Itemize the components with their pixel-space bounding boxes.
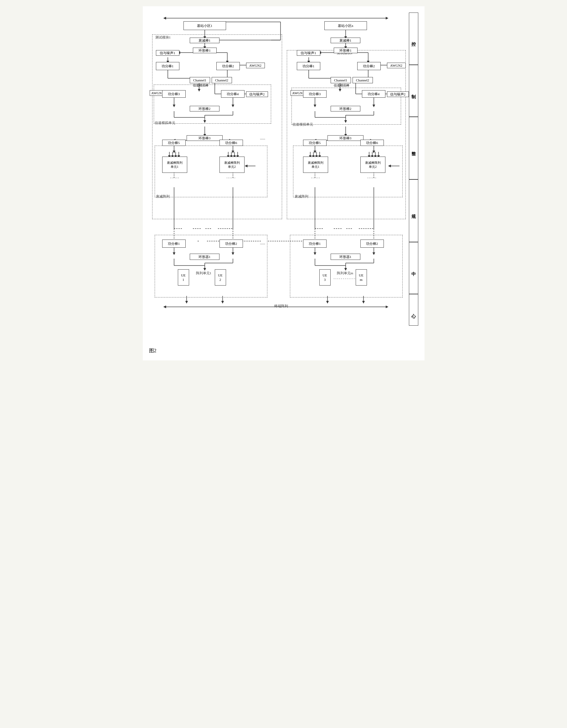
left-ue1: UE 1 <box>178 269 189 286</box>
dots-mid-1: ...... <box>260 136 265 140</box>
left-channel-sim-label: 信道模拟棒 <box>193 83 209 88</box>
side-label-4: 规 <box>409 179 418 242</box>
left-circulator1: 环形棒1 <box>193 48 217 53</box>
right-channel2: Channel2 <box>353 77 373 83</box>
diagram: 控 制 整 规 中 心 测试模块1 测试模块n 信道模拟单元 信道模拟单元 衰减… <box>149 13 418 344</box>
left-awgn2: AWGN2 <box>246 63 265 68</box>
right-ps4: 功分棒4 <box>362 90 385 98</box>
attenuator-array-right-label: 衰减阵列 <box>295 194 308 199</box>
right-bottom-circ: 环形器1 <box>331 254 360 260</box>
channel-sim-unit1-label: 信道模拟单元 <box>155 121 175 125</box>
right-channel1: Channel1 <box>331 77 351 83</box>
channel-sim-unitN-label: 信道模拟单元 <box>292 122 313 127</box>
page: 控 制 整 规 中 心 测试模块1 测试模块n 信道模拟单元 信道模拟单元 衰减… <box>143 6 425 360</box>
side-label-6: 心 <box>409 294 418 326</box>
left-base-station: 基站小区1 <box>183 21 226 30</box>
right-ps5: 功分棒5 <box>303 140 327 146</box>
left-ps1: 功分棒1 <box>156 62 179 70</box>
right-ps2: 功分棒2 <box>357 62 381 70</box>
right-attenuator1: 衰减棒1 <box>331 38 360 43</box>
side-labels: 控 制 整 规 中 心 <box>409 13 418 326</box>
left-circulator3: 环形棒3 <box>187 135 223 141</box>
right-ps3: 功分棒3 <box>303 90 327 98</box>
right-circulator1: 环形棒1 <box>334 48 358 53</box>
right-channel-sim-label: 信道模拟棒 <box>334 83 349 88</box>
left-ps3: 功分棒3 <box>162 90 186 98</box>
left-ps4: 功分棒4 <box>221 90 245 98</box>
left-ps2: 功分棒2 <box>216 62 240 70</box>
right-snr2: 信与噪声2 <box>387 91 409 97</box>
left-dots2: ...... <box>227 175 236 179</box>
side-label-3: 整 <box>409 117 418 179</box>
array-unit1-label: 阵列单元1 <box>196 271 212 276</box>
side-label-5: 中 <box>409 242 418 294</box>
left-bottom-ps1: 功分棒1 <box>162 240 186 248</box>
left-bottom-circ: 环形器1 <box>190 254 219 260</box>
right-circulator3: 环形棒3 <box>327 135 363 141</box>
test-module1-label: 测试模块1 <box>155 35 171 40</box>
figure-caption: 图2 <box>149 348 418 354</box>
left-att-array2: 衰减棒阵列 单元2 <box>219 157 245 173</box>
left-ue2: UE 2 <box>215 269 226 286</box>
right-ps1: 功分棒1 <box>297 62 320 70</box>
side-label-2: 制 <box>409 65 418 117</box>
right-dots1: ...... <box>311 175 321 179</box>
left-ps5: 功分棒5 <box>162 140 186 146</box>
right-uem: UE m <box>356 269 367 286</box>
left-snr1: 信与噪声1 <box>156 50 179 56</box>
array-unitN-label: 阵列单元m <box>337 271 353 276</box>
right-att-array1: 衰减棒阵列 单元1 <box>303 157 328 173</box>
left-bottom-ps2: 功分棒2 <box>219 240 243 248</box>
right-dots2: ...... <box>368 175 377 179</box>
right-ue3: UE 3 <box>319 269 331 286</box>
right-att-array2: 衰减棒阵列 单元2 <box>360 157 385 173</box>
left-att-array1: 衰减棒阵列 单元1 <box>162 157 187 173</box>
right-snr1: 信与噪声1 <box>297 50 320 56</box>
dots-mid-2: ...... <box>260 241 265 245</box>
ue-dots: ............ <box>334 276 356 280</box>
right-base-station: 基站小区n <box>324 21 367 30</box>
left-ps6: 功分棒6 <box>219 140 243 146</box>
right-awgn2: AWGN2 <box>387 63 406 68</box>
right-bottom-ps2: 功分棒2 <box>360 240 384 248</box>
right-circulator2: 环形棒2 <box>331 106 360 111</box>
left-snr2: 信与噪声2 <box>246 91 268 97</box>
left-attenuator1: 衰减棒1 <box>190 38 219 43</box>
side-label-control: 控 <box>409 13 418 65</box>
right-bottom-ps1: 功分棒1 <box>303 240 327 248</box>
terminal-array-label: 终端阵列 <box>274 304 288 308</box>
left-dots1: ...... <box>170 175 180 179</box>
right-ps6: 功分棒6 <box>360 140 384 146</box>
left-channel2: Channel2 <box>212 77 232 83</box>
left-channel1: Channel1 <box>190 77 210 83</box>
left-circulator2: 环形棒2 <box>190 106 219 111</box>
attenuator-array-left-label: 衰减阵列 <box>156 194 170 199</box>
